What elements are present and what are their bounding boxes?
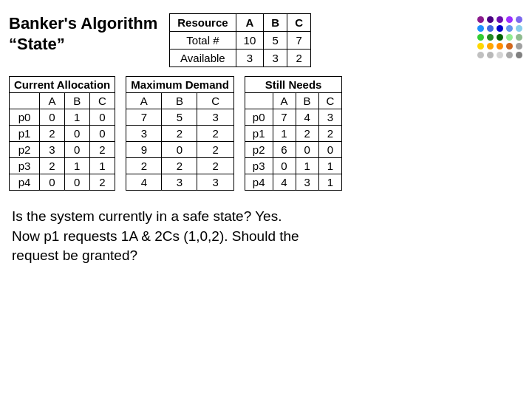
decoration-dot [477, 16, 484, 23]
ca-h3: C [89, 93, 115, 109]
resource-header-b: B [264, 14, 287, 32]
sn-r2-a: 6 [273, 142, 296, 158]
still-needs-label: Still Needs [245, 76, 343, 92]
decoration-dot [516, 16, 522, 23]
sn-r1-a: 1 [273, 126, 296, 142]
md-r3-c: 2 [197, 158, 233, 174]
decoration-dot [516, 34, 522, 41]
bottom-text: Is the system currently in a safe state?… [9, 201, 457, 269]
md-r2-a: 9 [126, 142, 162, 158]
sn-r0-b: 4 [296, 109, 318, 126]
ca-r0-c: 0 [89, 109, 115, 126]
sn-h0 [245, 93, 273, 109]
decoration-dot [506, 52, 513, 58]
md-h0: A [126, 93, 162, 109]
decoration-dot [506, 43, 513, 50]
ca-r2-b: 0 [64, 142, 89, 158]
maximum-demand-table: A B C 7 5 3 3 2 2 9 [126, 92, 234, 191]
resource-table: Resource A B C Total # 10 5 7 Available … [169, 13, 311, 67]
available-a: 3 [236, 50, 264, 67]
total-label: Total # [170, 32, 236, 50]
decoration-dot [487, 34, 494, 41]
sn-r2-p: p2 [245, 142, 273, 158]
ca-r1-p: p1 [10, 126, 40, 142]
bottom-line2: Now p1 requests 1A & 2Cs (1,0,2). Should… [12, 227, 454, 247]
sn-h3: C [318, 93, 342, 109]
current-allocation-label: Current Allocation [9, 76, 115, 92]
ca-r4-b: 0 [64, 174, 89, 191]
decoration-dot [497, 52, 503, 58]
md-h1: B [162, 93, 197, 109]
ca-r4-p: p4 [10, 174, 40, 191]
sn-r4-c: 1 [318, 174, 342, 191]
decoration-dot [477, 43, 484, 50]
sn-r3-b: 1 [296, 158, 318, 174]
title-line2: “State” [9, 34, 157, 55]
md-r0-b: 5 [162, 109, 197, 126]
sn-h2: B [296, 93, 318, 109]
ca-r1-c: 0 [89, 126, 115, 142]
ca-r2-a: 3 [40, 142, 65, 158]
sn-r4-p: p4 [245, 174, 273, 191]
decoration-dot [497, 43, 503, 50]
title-block: Banker's Algorithm “State” [9, 13, 157, 54]
decoration-dot [516, 52, 522, 58]
decoration-dot [506, 25, 513, 32]
main-container: Banker's Algorithm “State” Resource A B … [0, 0, 532, 278]
md-r4-c: 3 [197, 174, 233, 191]
md-r2-c: 2 [197, 142, 233, 158]
md-r1-c: 2 [197, 126, 233, 142]
decoration-dot [487, 52, 494, 58]
sn-r0-a: 7 [273, 109, 296, 126]
ca-h0 [10, 93, 40, 109]
decoration-dot [516, 25, 522, 32]
decoration-dot [497, 25, 503, 32]
ca-r3-c: 1 [89, 158, 115, 174]
sn-h1: A [273, 93, 296, 109]
ca-r0-b: 1 [64, 109, 89, 126]
available-label: Available [170, 50, 236, 67]
decoration-dot [477, 25, 484, 32]
ca-r0-a: 0 [40, 109, 65, 126]
total-a: 10 [236, 32, 264, 50]
ca-r4-c: 2 [89, 174, 115, 191]
sn-r3-a: 0 [273, 158, 296, 174]
ca-r3-b: 1 [64, 158, 89, 174]
md-r2-b: 0 [162, 142, 197, 158]
ca-r2-c: 2 [89, 142, 115, 158]
decoration-dot [487, 43, 494, 50]
resource-header: Resource [170, 14, 236, 32]
total-b: 5 [264, 32, 287, 50]
sn-r0-c: 3 [318, 109, 342, 126]
sn-r0-p: p0 [245, 109, 273, 126]
decoration-dot [497, 16, 503, 23]
decoration-dot [487, 16, 494, 23]
ca-h1: A [40, 93, 65, 109]
ca-r0-p: p0 [10, 109, 40, 126]
resource-header-a: A [236, 14, 264, 32]
bottom-line1: Is the system currently in a safe state?… [12, 207, 454, 227]
md-r3-a: 2 [126, 158, 162, 174]
resource-header-c: C [287, 14, 311, 32]
decoration-dot [497, 34, 503, 41]
sn-r2-b: 0 [296, 142, 318, 158]
decoration-dot [477, 34, 484, 41]
ca-h2: B [64, 93, 89, 109]
ca-r4-a: 0 [40, 174, 65, 191]
dot-grid [477, 16, 523, 58]
separator-2 [234, 76, 245, 191]
bottom-line3: request be granted? [12, 246, 454, 266]
maximum-demand-label: Maximum Demand [126, 76, 234, 92]
decoration-dot [506, 16, 513, 23]
decoration-dot [487, 25, 494, 32]
md-r1-b: 2 [162, 126, 197, 142]
ca-r1-a: 2 [40, 126, 65, 142]
sn-r3-p: p3 [245, 158, 273, 174]
title-line1: Banker's Algorithm [9, 13, 157, 34]
decoration-dot [506, 34, 513, 41]
ca-r2-p: p2 [10, 142, 40, 158]
sn-r2-c: 0 [318, 142, 342, 158]
top-area: Banker's Algorithm “State” Resource A B … [9, 13, 457, 67]
sn-r4-b: 3 [296, 174, 318, 191]
tables-area: Current Allocation A B C p0 0 1 0 [9, 76, 457, 191]
